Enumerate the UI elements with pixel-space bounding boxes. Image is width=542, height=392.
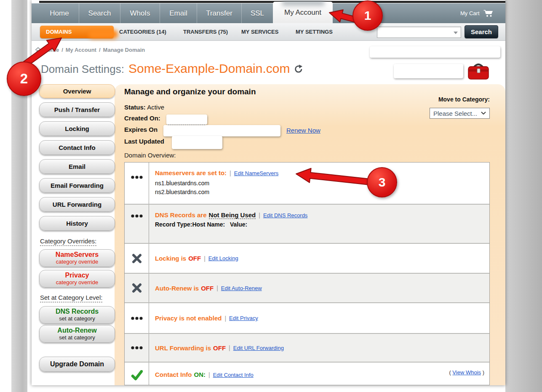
table-row-dns-records: DNS Records are Not Being Used | Edit DN… bbox=[125, 205, 489, 244]
breadcrumb: Home / My Account / Manage Domain bbox=[35, 47, 145, 53]
edit-contact-info-link[interactable]: Edit Contact Info bbox=[213, 372, 254, 378]
row-status: OFF bbox=[188, 255, 201, 262]
sidebar-tab-url-forwarding[interactable]: URL Forwarding bbox=[39, 197, 115, 212]
sidebar-dns-records-category[interactable]: DNS Records set at category bbox=[39, 306, 115, 324]
home-icon bbox=[35, 47, 41, 53]
breadcrumb-home[interactable]: Home bbox=[44, 47, 59, 53]
x-icon bbox=[125, 274, 149, 302]
status-value: Active bbox=[147, 104, 164, 111]
breadcrumb-my-account[interactable]: My Account bbox=[66, 47, 96, 53]
category-overrides-heading: Category Overrides: bbox=[40, 237, 96, 246]
subnav-my-services[interactable]: MY SERVICES bbox=[241, 23, 278, 41]
row-status: OFF bbox=[201, 285, 214, 292]
row-status: OFF bbox=[213, 344, 226, 352]
redaction-box bbox=[370, 46, 500, 58]
sidebar-tab-history[interactable]: History bbox=[39, 216, 115, 231]
nav-tab-email[interactable]: Email bbox=[160, 3, 197, 23]
view-whois-link[interactable]: View Whois bbox=[452, 369, 481, 376]
row-title: URL Forwarding is bbox=[155, 344, 211, 352]
combobox-dropdown-icon[interactable] bbox=[454, 32, 458, 34]
nav-tab-ssl[interactable]: SSL bbox=[241, 3, 273, 23]
subnav-my-settings[interactable]: MY SETTINGS bbox=[296, 23, 333, 41]
row-title: Contact Info bbox=[155, 371, 192, 378]
nameserver-value: ns2.bluestardns.com bbox=[155, 188, 489, 197]
dots-icon bbox=[125, 163, 149, 204]
subnav-domains-button[interactable]: DOMAINS bbox=[40, 26, 114, 38]
sidebar-privacy-override[interactable]: Privacy category override bbox=[39, 270, 115, 288]
row-title: Privacy is not enabled bbox=[155, 315, 222, 322]
breadcrumb-separator: / bbox=[99, 47, 101, 53]
my-cart-label: My Cart bbox=[460, 10, 480, 16]
row-title: DNS Records are bbox=[155, 211, 207, 219]
redaction-box bbox=[163, 125, 280, 136]
view-whois-wrap: ( View Whois ) bbox=[449, 369, 484, 376]
breadcrumb-current: Manage Domain bbox=[103, 47, 145, 53]
x-icon bbox=[125, 244, 149, 273]
desktop-right-strip bbox=[505, 0, 542, 392]
domain-overview-label: Domain Overview: bbox=[124, 152, 176, 159]
breadcrumb-separator: / bbox=[61, 47, 63, 53]
sidebar-tab-overview[interactable]: Overview bbox=[39, 84, 115, 98]
my-cart[interactable]: My Cart bbox=[460, 3, 494, 23]
check-icon bbox=[125, 363, 149, 385]
subnav-categories[interactable]: CATEGORIES (14) bbox=[119, 23, 166, 41]
table-row-url-forwarding: URL Forwarding is OFF | Edit URL Forward… bbox=[125, 334, 489, 363]
table-row-locking: Locking is OFF | Edit Locking bbox=[125, 244, 489, 274]
sidebar-nameservers-override[interactable]: NameServers category override bbox=[39, 249, 115, 267]
edit-auto-renew-link[interactable]: Edit Auto-Renew bbox=[221, 285, 262, 291]
nav-tab-home[interactable]: Home bbox=[40, 3, 79, 23]
row-title: Auto-Renew is bbox=[155, 285, 199, 292]
chevron-down-icon bbox=[481, 112, 486, 115]
title-domain-name: Some-Example-Domain.com bbox=[128, 61, 290, 76]
nav-tab-search[interactable]: Search bbox=[79, 3, 120, 23]
account-search-input[interactable] bbox=[378, 28, 450, 37]
domains-label: DOMAINS bbox=[46, 29, 72, 35]
sidebar-tab-contact-info[interactable]: Contact Info bbox=[39, 140, 115, 155]
sidebar-tab-email-forwarding[interactable]: Email Forwarding bbox=[39, 178, 115, 193]
table-row-nameservers: Nameservers are set to: | Edit NameServe… bbox=[125, 163, 489, 205]
account-search-button[interactable]: Search bbox=[465, 25, 498, 38]
sidebar-upgrade-domain-button[interactable]: Upgrade Domain bbox=[39, 357, 115, 372]
desktop-left-strip bbox=[11, 0, 27, 392]
edit-nameservers-link[interactable]: Edit NameServers bbox=[234, 170, 278, 176]
dots-icon bbox=[125, 303, 149, 333]
refresh-icon[interactable] bbox=[294, 64, 303, 74]
toolbox-icon[interactable] bbox=[466, 61, 491, 81]
dots-icon bbox=[125, 334, 149, 362]
subnav-transfers[interactable]: TRANSFERS (75) bbox=[183, 23, 228, 41]
page-top-edge bbox=[39, 1, 505, 3]
set-at-category-heading: Set at Category Level: bbox=[40, 294, 102, 302]
row-title: Nameservers are set to: bbox=[155, 169, 227, 176]
table-row-privacy: Privacy is not enabled | Edit Privacy bbox=[125, 303, 489, 334]
edit-locking-link[interactable]: Edit Locking bbox=[208, 255, 238, 261]
nav-tab-whois[interactable]: WhoIs bbox=[120, 3, 160, 23]
sidebar-tab-locking[interactable]: Locking bbox=[39, 121, 115, 136]
table-row-auto-renew: Auto-Renew is OFF | Edit Auto-Renew bbox=[125, 274, 489, 303]
table-row-contact-info: Contact Info ON: | Edit Contact Info ( V… bbox=[125, 363, 489, 385]
created-line: Created On: bbox=[124, 115, 160, 122]
browser-page: Home Search WhoIs Email Transfer SSL My … bbox=[32, 0, 505, 385]
edit-url-forwarding-link[interactable]: Edit URL Forwarding bbox=[233, 345, 284, 351]
sidebar-tab-push-transfer[interactable]: Push / Transfer bbox=[39, 102, 115, 117]
sidebar-auto-renew-category[interactable]: Auto-Renew set at category bbox=[39, 325, 115, 343]
sub-navigation: DOMAINS CATEGORIES (14) TRANSFERS (75) M… bbox=[32, 23, 505, 41]
account-name-redaction bbox=[282, 0, 324, 5]
redaction-box bbox=[166, 115, 207, 125]
annotation-marker-2: 2 bbox=[7, 61, 41, 96]
record-header: Record Type:Host Name: Value: bbox=[155, 221, 489, 228]
move-to-category-select[interactable]: Please Select... bbox=[430, 108, 490, 119]
status-line: Status: Active bbox=[124, 104, 164, 111]
section-heading: Manage and organize your domain bbox=[124, 87, 256, 96]
edit-dns-records-link[interactable]: Edit DNS Records bbox=[263, 212, 307, 219]
redaction-box bbox=[172, 136, 222, 149]
sidebar-tab-email[interactable]: Email bbox=[39, 159, 115, 174]
renew-now-link[interactable]: Renew Now bbox=[286, 127, 320, 134]
nav-tab-transfer[interactable]: Transfer bbox=[197, 3, 241, 23]
top-navigation: Home Search WhoIs Email Transfer SSL bbox=[32, 3, 505, 23]
row-status: ON: bbox=[194, 371, 206, 378]
row-title: Locking is bbox=[155, 255, 186, 262]
edit-privacy-link[interactable]: Edit Privacy bbox=[229, 315, 258, 321]
domain-overview-table: Nameservers are set to: | Edit NameServe… bbox=[124, 162, 490, 385]
updated-line: Last Updated bbox=[124, 138, 164, 145]
account-search-combobox bbox=[377, 27, 461, 38]
